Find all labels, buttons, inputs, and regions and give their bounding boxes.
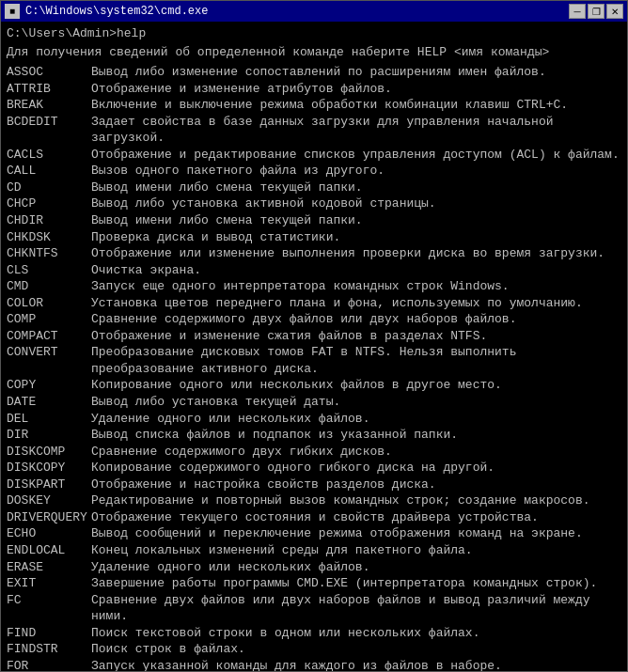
cmd-name: CLS [7, 262, 91, 279]
cmd-desc: Копирование одного или нескольких файлов… [91, 377, 621, 394]
cmd-desc: Сравнение двух файлов или двух наборов ф… [91, 592, 621, 625]
table-row: CALLВызов одного пакетного файла из друг… [7, 163, 621, 180]
cmd-desc: Удаление одного или нескольких файлов. [91, 411, 621, 428]
table-row: ENDLOCALКонец локальных изменений среды … [7, 542, 621, 559]
table-row: COLORУстановка цветов переднего плана и … [7, 295, 621, 312]
table-row: CMDЗапуск еще одного интерпретатора кома… [7, 278, 621, 295]
cmd-desc: Отображение текущего состояния и свойств… [91, 509, 621, 526]
cmd-name: ECHO [7, 525, 91, 542]
cmd-desc: Завершение работы программы CMD.EXE (инт… [91, 575, 621, 592]
cmd-desc: Преобразование дисковых томов FAT в NTFS… [91, 344, 621, 377]
table-row: DISKCOMPСравнение содержимого двух гибки… [7, 444, 621, 461]
cmd-desc: Отображение и изменение сжатия файлов в … [91, 328, 621, 345]
table-row: FORЗапуск указанной команды для каждого … [7, 658, 621, 671]
cmd-desc: Вывод имени либо смена текущей папки. [91, 180, 621, 196]
minimize-button[interactable]: ─ [569, 4, 586, 19]
table-row: BREAKВключение и выключение режима обраб… [7, 97, 621, 114]
table-row: CHKNTFSОтображение или изменение выполне… [7, 245, 621, 262]
cmd-desc: Отображение или изменение выполнения про… [91, 245, 621, 262]
close-button[interactable]: ✕ [606, 4, 623, 19]
cmd-desc: Задает свойства в базе данных загрузки д… [91, 114, 621, 147]
cmd-desc: Сравнение содержимого двух файлов или дв… [91, 311, 621, 328]
cmd-icon: ■ [5, 4, 20, 19]
cmd-name: CD [7, 180, 91, 196]
table-row: COMPACTОтображение и изменение сжатия фа… [7, 328, 621, 345]
table-row: DISKCOPYКопирование содержимого одного г… [7, 460, 621, 477]
cmd-desc: Отображение и редактирование списков упр… [91, 147, 621, 164]
table-row: DIRВывод списка файлов и подпапок из ука… [7, 427, 621, 444]
cmd-name: BREAK [7, 97, 91, 114]
cmd-desc: Редактирование и повторный вызов командн… [91, 492, 621, 509]
cmd-desc: Отображение и изменение атрибутов файлов… [91, 81, 621, 98]
table-row: CLSОчистка экрана. [7, 262, 621, 279]
cmd-name: CHKDSK [7, 229, 91, 246]
window-title: C:\Windows\system32\cmd.exe [25, 5, 208, 18]
table-row: DATEВывод либо установка текущей даты. [7, 394, 621, 411]
cmd-name: ERASE [7, 559, 91, 576]
cmd-name: DOSKEY [7, 492, 91, 509]
cmd-name: DIR [7, 427, 91, 444]
cmd-desc: Вывод либо изменение сопоставлений по ра… [91, 64, 621, 81]
command-table: ASSOCВывод либо изменение сопоставлений … [7, 64, 621, 671]
help-header: Для получения сведений об определенной к… [7, 44, 621, 61]
cmd-desc: Вывод либо установка активной кодовой ст… [91, 195, 621, 212]
cmd-name: COPY [7, 377, 91, 394]
table-row: BCDEDITЗадает свойства в базе данных заг… [7, 114, 621, 147]
cmd-desc: Удаление одного или нескольких файлов. [91, 559, 621, 576]
table-row: CHCPВывод либо установка активной кодово… [7, 195, 621, 212]
cmd-name: CALL [7, 163, 91, 180]
table-row: DOSKEYРедактирование и повторный вызов к… [7, 492, 621, 509]
cmd-icon-glyph: ■ [9, 7, 15, 17]
title-bar: ■ C:\Windows\system32\cmd.exe ─ ❐ ✕ [1, 1, 627, 22]
cmd-window: ■ C:\Windows\system32\cmd.exe ─ ❐ ✕ C:\U… [0, 0, 628, 672]
cmd-name: ASSOC [7, 64, 91, 81]
restore-button[interactable]: ❐ [588, 4, 604, 19]
cmd-name: DISKPART [7, 477, 91, 493]
table-row: CHDIRВывод имени либо смена текущей папк… [7, 212, 621, 229]
window-controls: ─ ❐ ✕ [569, 4, 623, 19]
cmd-desc: Вывод сообщений и переключение режима от… [91, 525, 621, 542]
cmd-name: DEL [7, 411, 91, 428]
cmd-name: COLOR [7, 295, 91, 312]
cmd-desc: Установка цветов переднего плана и фона,… [91, 295, 621, 312]
cmd-desc: Включение и выключение режима обработки … [91, 97, 621, 114]
cmd-name: DATE [7, 394, 91, 411]
prompt-line: C:\Users\Admin>help [7, 25, 621, 42]
console-area[interactable]: C:\Users\Admin>help Для получения сведен… [1, 22, 627, 671]
cmd-name: CHCP [7, 195, 91, 212]
cmd-desc: Поиск строк в файлах. [91, 641, 621, 658]
cmd-desc: Отображение и настройка свойств разделов… [91, 477, 621, 493]
cmd-desc: Очистка экрана. [91, 262, 621, 279]
table-row: CONVERTПреобразование дисковых томов FAT… [7, 344, 621, 377]
cmd-desc: Запуск указанной команды для каждого из … [91, 658, 621, 671]
cmd-desc: Копирование содержимого одного гибкого д… [91, 460, 621, 477]
table-row: FCСравнение двух файлов или двух наборов… [7, 592, 621, 625]
table-row: ERASEУдаление одного или нескольких файл… [7, 559, 621, 576]
cmd-name: ENDLOCAL [7, 542, 91, 559]
cmd-name: EXIT [7, 575, 91, 592]
title-bar-left: ■ C:\Windows\system32\cmd.exe [5, 4, 208, 19]
cmd-name: CACLS [7, 147, 91, 164]
cmd-name: CMD [7, 278, 91, 295]
table-row: DELУдаление одного или нескольких файлов… [7, 411, 621, 428]
cmd-desc: Поиск текстовой строки в одном или неско… [91, 625, 621, 642]
table-row: DISKPARTОтображение и настройка свойств … [7, 477, 621, 493]
cmd-name: DRIVERQUERY [7, 509, 91, 526]
cmd-desc: Конец локальных изменений среды для паке… [91, 542, 621, 559]
cmd-name: DISKCOMP [7, 444, 91, 461]
table-row: EXITЗавершение работы программы CMD.EXE … [7, 575, 621, 592]
table-row: ECHOВывод сообщений и переключение режим… [7, 525, 621, 542]
cmd-name: FC [7, 592, 91, 625]
cmd-name: FOR [7, 658, 91, 671]
table-row: COMPСравнение содержимого двух файлов ил… [7, 311, 621, 328]
cmd-name: CHKNTFS [7, 245, 91, 262]
cmd-desc: Вывод списка файлов и подпапок из указан… [91, 427, 621, 444]
table-row: CHKDSKПроверка диска и вывод статистики. [7, 229, 621, 246]
cmd-name: COMP [7, 311, 91, 328]
table-row: CACLSОтображение и редактирование списко… [7, 147, 621, 164]
cmd-name: FINDSTR [7, 641, 91, 658]
table-row: FINDSTRПоиск строк в файлах. [7, 641, 621, 658]
table-row: DRIVERQUERYОтображение текущего состояни… [7, 509, 621, 526]
cmd-name: CHDIR [7, 212, 91, 229]
cmd-name: ATTRIB [7, 81, 91, 98]
